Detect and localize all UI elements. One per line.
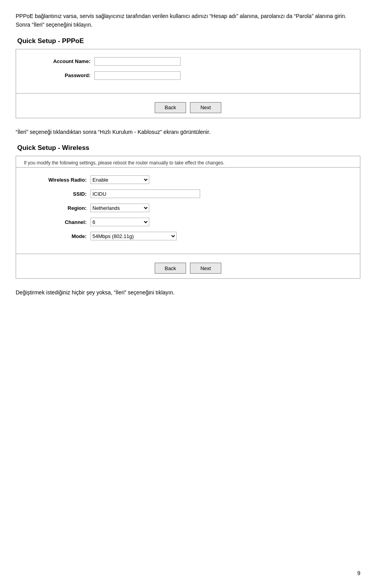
wireless-radio-label: Wireless Radio: bbox=[28, 177, 87, 183]
wireless-divider bbox=[16, 254, 360, 254]
wireless-form: Wireless Radio: Enable Disable SSID: Reg… bbox=[16, 168, 360, 250]
pppoe-back-button[interactable]: Back bbox=[155, 102, 186, 113]
mode-row: Mode: 54Mbps (802.11g) 108Mbps (802.11g)… bbox=[28, 232, 348, 240]
ssid-label: SSID: bbox=[28, 191, 87, 197]
wireless-radio-select[interactable]: Enable Disable bbox=[90, 175, 149, 184]
wireless-notice: If you modify the following settings, pl… bbox=[16, 156, 360, 168]
ssid-input[interactable] bbox=[90, 189, 200, 198]
pppoe-divider bbox=[16, 93, 360, 94]
account-name-input[interactable] bbox=[94, 57, 181, 66]
channel-label: Channel: bbox=[28, 219, 87, 225]
account-name-row: Account Name: bbox=[28, 57, 348, 66]
pppoe-title: Quick Setup - PPPoE bbox=[16, 37, 360, 45]
password-input[interactable] bbox=[94, 71, 181, 80]
pppoe-button-row: Back Next bbox=[16, 97, 360, 118]
channel-row: Channel: 1 2 3 4 5 6 7 8 9 10 11 12 13 bbox=[28, 218, 348, 226]
wireless-section: Quick Setup - Wireless If you modify the… bbox=[16, 144, 360, 279]
account-name-label: Account Name: bbox=[28, 58, 90, 64]
wireless-button-row: Back Next bbox=[16, 258, 360, 278]
pppoe-form: Account Name: Password: bbox=[16, 49, 360, 89]
intro-text: PPPoE bağlantınız varsa, servis sağlayıc… bbox=[16, 12, 360, 29]
wireless-radio-row: Wireless Radio: Enable Disable bbox=[28, 175, 348, 184]
pppoe-box: Account Name: Password: Back Next bbox=[16, 49, 360, 118]
pppoe-next-button[interactable]: Next bbox=[190, 102, 221, 113]
wireless-back-button[interactable]: Back bbox=[155, 263, 186, 274]
ssid-row: SSID: bbox=[28, 189, 348, 198]
pppoe-section: Quick Setup - PPPoE Account Name: Passwo… bbox=[16, 37, 360, 118]
region-row: Region: Netherlands United States Europe… bbox=[28, 204, 348, 212]
mode-select[interactable]: 54Mbps (802.11g) 108Mbps (802.11g) 11Mbp… bbox=[90, 232, 177, 240]
page-number: 9 bbox=[357, 570, 360, 576]
region-label: Region: bbox=[28, 205, 87, 211]
wireless-box: If you modify the following settings, pl… bbox=[16, 156, 360, 279]
wireless-title: Quick Setup - Wireless bbox=[16, 144, 360, 152]
password-row: Password: bbox=[28, 71, 348, 80]
wireless-next-button[interactable]: Next bbox=[190, 263, 221, 274]
password-label: Password: bbox=[28, 72, 90, 78]
region-select[interactable]: Netherlands United States Europe Germany bbox=[90, 204, 149, 212]
channel-select[interactable]: 1 2 3 4 5 6 7 8 9 10 11 12 13 bbox=[90, 218, 149, 226]
outro-text: Değiştirmek istediğiniz hiçbir şey yoksa… bbox=[16, 288, 360, 297]
between-text: “İleri” seçeneği tıklandıktan sonra “Hız… bbox=[16, 128, 360, 136]
mode-label: Mode: bbox=[28, 233, 87, 239]
